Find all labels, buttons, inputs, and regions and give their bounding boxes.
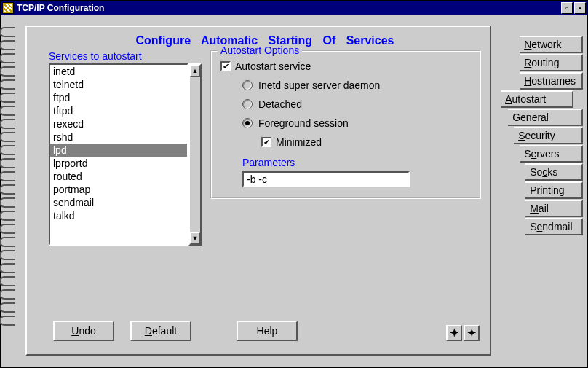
service-item[interactable]: routed [50,170,187,183]
parameters-label: Parameters [220,157,471,168]
tab-socks[interactable]: Socks [525,163,583,181]
services-listbox[interactable]: inetdtelnetdftpdtftpdrexecdrshdlpdlprpor… [49,63,188,246]
service-item[interactable]: telnetd [50,78,187,91]
service-item[interactable]: inetd [50,65,187,78]
app-icon [2,2,14,14]
tab-printing[interactable]: Printing [525,181,583,199]
detached-radio[interactable] [242,99,253,109]
default-button[interactable]: Default [130,321,191,341]
tab-general[interactable]: General [508,109,583,126]
service-item[interactable]: rshd [50,130,187,144]
tab-autostart[interactable]: Autostart [501,90,573,108]
maximize-button[interactable]: ▫ [561,2,573,14]
tab-hostnames[interactable]: Hostnames [520,72,583,90]
page-prev-button[interactable]: ✦ [446,325,462,341]
tcpip-config-window: TCP/IP Configuration ▫ ▪ Configure Autom… [0,0,588,368]
inetd-radio[interactable] [242,80,253,90]
parameters-input[interactable] [242,171,410,187]
scroll-up-button[interactable]: ▲ [190,65,200,77]
minimize-button[interactable]: ▪ [574,2,586,14]
service-item[interactable]: lpd [50,144,187,157]
listbox-scrollbar[interactable]: ▲ ▼ [188,63,202,246]
notebook-tabs: Network Routing Hostnames Autostart Gene… [498,36,583,236]
window-title: TCP/IP Configuration [17,3,561,13]
detached-label: Detached [258,98,302,110]
service-item[interactable]: ftpd [50,91,187,104]
autostart-page: Configure Automatic Starting Of Services… [25,26,491,356]
tab-servers[interactable]: Servers [520,145,583,163]
autostart-options-group: Autostart Options ✔ Autostart service In… [210,50,481,199]
minimized-checkbox[interactable]: ✔ [261,137,271,147]
service-item[interactable]: rexecd [50,117,187,130]
help-button[interactable]: Help [237,321,298,341]
tab-network[interactable]: Network [520,36,583,53]
group-title: Autostart Options [218,44,302,56]
page-next-button[interactable]: ✦ [464,325,480,341]
autostart-label: Autostart service [235,60,311,72]
service-item[interactable]: portmap [50,183,187,196]
spiral-binding [4,27,21,357]
service-item[interactable]: talkd [50,209,187,222]
notebook: Configure Automatic Starting Of Services… [4,20,584,364]
foreground-radio[interactable] [242,118,253,128]
default-rest: efault [152,325,177,337]
service-item[interactable]: sendmail [50,196,187,209]
tab-mail[interactable]: Mail [525,200,583,217]
inetd-label: Inetd super server daemon [258,79,380,91]
autostart-checkbox[interactable]: ✔ [220,61,231,71]
tab-routing[interactable]: Routing [520,54,583,71]
service-item[interactable]: lprportd [50,157,187,170]
titlebar: TCP/IP Configuration ▫ ▪ [1,1,587,15]
service-item[interactable]: tftpd [50,104,187,117]
undo-rest: ndo [79,325,95,337]
tab-sendmail[interactable]: Sendmail [525,218,583,235]
page-area: Configure Automatic Starting Of Services… [20,20,584,364]
minimized-label: Minimized [276,136,322,148]
foreground-label: Foreground session [258,117,349,129]
undo-button[interactable]: Undo [53,321,114,341]
tab-security[interactable]: Security [514,127,583,144]
services-label: Services to autostart [49,50,202,62]
scroll-down-button[interactable]: ▼ [190,232,200,244]
